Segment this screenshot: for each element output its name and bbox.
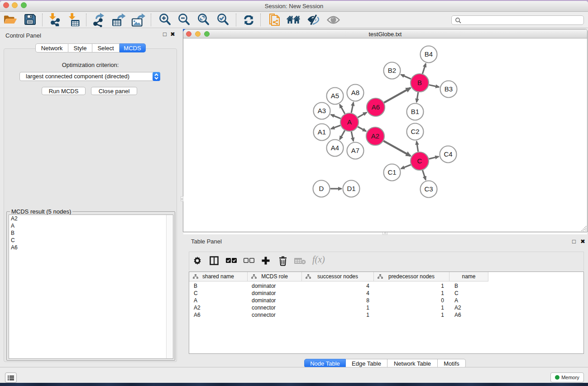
svg-text:B3: B3 (445, 85, 453, 93)
svg-text:A: A (347, 118, 352, 126)
svg-text:B1: B1 (411, 108, 419, 115)
svg-text:A8: A8 (351, 89, 359, 96)
svg-text:C2: C2 (411, 128, 419, 135)
svg-text:A5: A5 (331, 92, 339, 100)
svg-text:A2: A2 (371, 132, 379, 140)
svg-text:A3: A3 (318, 107, 326, 114)
svg-text:D: D (319, 185, 324, 192)
svg-text:C1: C1 (387, 168, 396, 176)
svg-text:C4: C4 (444, 150, 452, 158)
svg-text:C3: C3 (424, 185, 433, 193)
svg-text:A1: A1 (318, 128, 326, 136)
svg-text:A7: A7 (351, 147, 359, 154)
svg-text:A4: A4 (331, 144, 339, 152)
svg-text:C: C (417, 157, 422, 165)
svg-text:B4: B4 (425, 50, 433, 58)
svg-text:B2: B2 (388, 67, 396, 74)
svg-text:D1: D1 (347, 185, 355, 192)
svg-text:A6: A6 (372, 103, 380, 111)
svg-text:B: B (417, 79, 422, 86)
